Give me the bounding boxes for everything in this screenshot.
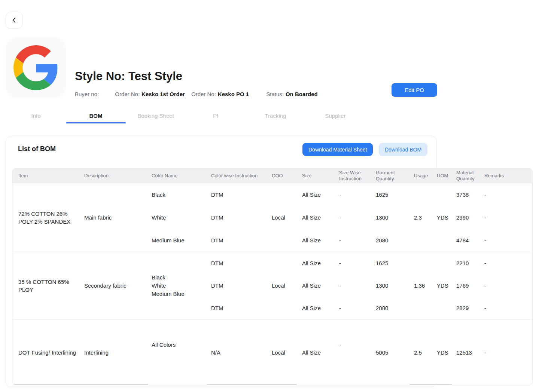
- tab-tracking[interactable]: Tracking: [246, 108, 305, 123]
- cell-coo: Local: [266, 183, 296, 252]
- tab-booking-sheet[interactable]: Booking Sheet: [126, 108, 186, 123]
- col-item: Item: [12, 168, 78, 183]
- cell-item: 72% COTTON 26% POLY 2% SPANDEX: [12, 183, 78, 252]
- cell-material-quantity: 2210 1769 2829: [450, 252, 478, 319]
- col-garment-quantity: Garment Quantity: [370, 168, 408, 183]
- table-bottom-border-segment: [207, 384, 297, 385]
- col-material-quantity: Material Quantity: [450, 168, 478, 183]
- cell-size: All Size: [296, 319, 333, 385]
- cell-color-name: Black White Medium Blue: [146, 252, 205, 319]
- tab-pi[interactable]: PI: [186, 108, 246, 123]
- cell-color-wise-instruction: DTM DTM DTM: [205, 252, 266, 319]
- buyer-no-label: Buyer no:: [75, 91, 99, 97]
- col-size-wise-instruction: Size Wise Instruction: [333, 168, 370, 183]
- tab-bar: Info BOM Booking Sheet PI Tracking Suppl…: [6, 108, 365, 123]
- table-bottom-border-segment: [409, 384, 452, 385]
- status-label: Status:: [266, 91, 284, 97]
- po-detail-page: Style No: Test Style Buyer no: Order No:…: [0, 0, 539, 392]
- cell-item: DOT Fusing/ Interlining: [12, 319, 78, 385]
- cell-color-name: Black White Medium Blue: [146, 183, 205, 252]
- google-logo-icon: [13, 45, 58, 90]
- order-no-label: Order No:: [115, 91, 140, 97]
- cell-remarks: - - -: [478, 252, 532, 319]
- bom-table-row: 35 % COTTON 65% PLOY Secondary fabric Bl…: [12, 252, 532, 319]
- back-button[interactable]: [6, 12, 23, 29]
- bom-table-row: DOT Fusing/ Interlining Interlining All …: [12, 319, 532, 385]
- cell-description: Main fabric: [78, 183, 146, 252]
- cell-coo: Local: [266, 319, 296, 385]
- col-size: Size: [296, 168, 333, 183]
- tab-supplier[interactable]: Supplier: [305, 108, 365, 123]
- cell-usage: 2.5: [408, 319, 431, 385]
- cell-size: All Size All Size All Size: [296, 252, 333, 319]
- table-bottom-border-segment: [13, 384, 148, 385]
- cell-garment-quantity: 5005: [370, 319, 408, 385]
- col-description: Description: [78, 168, 146, 183]
- cell-size-wise-instruction: -: [333, 319, 370, 385]
- download-material-sheet-button[interactable]: Download Material Sheet: [302, 143, 373, 156]
- download-bom-button[interactable]: Download BOM: [379, 143, 427, 156]
- cell-color-wise-instruction: DTM DTM DTM: [205, 183, 266, 252]
- cell-color-name: All Colors: [146, 319, 205, 385]
- po-no-value: Kesko PO 1: [218, 91, 249, 97]
- chevron-left-icon: [10, 16, 18, 24]
- order-no-value: Kesko 1st Order: [141, 91, 185, 97]
- col-color-wise-instruction: Color wise Instruction: [205, 168, 266, 183]
- buyer-logo-tile: [6, 37, 66, 98]
- cell-description: Secondary fabric: [78, 252, 146, 319]
- cell-description: Interlining: [78, 319, 146, 385]
- cell-uom: YDS: [431, 183, 450, 252]
- cell-size: All Size All Size All Size: [296, 183, 333, 252]
- col-color-name: Color Name: [146, 168, 205, 183]
- cell-coo: Local: [266, 252, 296, 319]
- col-usage: Usage: [408, 168, 431, 183]
- cell-size-wise-instruction: - - -: [333, 252, 370, 319]
- bom-table-header: Item Description Color Name Color wise I…: [12, 168, 532, 183]
- cell-uom: YDS: [431, 319, 450, 385]
- status-value: On Boarded: [286, 91, 318, 97]
- col-uom: UOM: [431, 168, 450, 183]
- tab-info[interactable]: Info: [6, 108, 66, 123]
- col-remarks: Remarks: [478, 168, 532, 183]
- cell-garment-quantity: 1625 1300 2080: [370, 252, 408, 319]
- bom-table: Item Description Color Name Color wise I…: [12, 168, 533, 385]
- tab-bom[interactable]: BOM: [66, 108, 126, 123]
- edit-po-button[interactable]: Edit PO: [392, 83, 437, 97]
- cell-material-quantity: 12513: [450, 319, 478, 385]
- bom-table-row: 72% COTTON 26% POLY 2% SPANDEX Main fabr…: [12, 183, 532, 252]
- cell-remarks: - - -: [478, 183, 532, 252]
- page-title: Style No: Test Style: [75, 70, 182, 83]
- cell-uom: YDS: [431, 252, 450, 319]
- cell-item: 35 % COTTON 65% PLOY: [12, 252, 78, 319]
- cell-usage: 2.3: [408, 183, 431, 252]
- cell-remarks: -: [478, 319, 532, 385]
- cell-size-wise-instruction: - - -: [333, 183, 370, 252]
- cell-usage: 1.36: [408, 252, 431, 319]
- cell-material-quantity: 3738 2990 4784: [450, 183, 478, 252]
- col-coo: COO: [266, 168, 296, 183]
- order-meta: Buyer no: Order No: Kesko 1st Order Orde…: [75, 91, 318, 97]
- bom-card-title: List of BOM: [18, 145, 56, 153]
- po-no-label: Order No:: [191, 91, 216, 97]
- cell-color-wise-instruction: N/A: [205, 319, 266, 385]
- cell-garment-quantity: 1625 1300 2080: [370, 183, 408, 252]
